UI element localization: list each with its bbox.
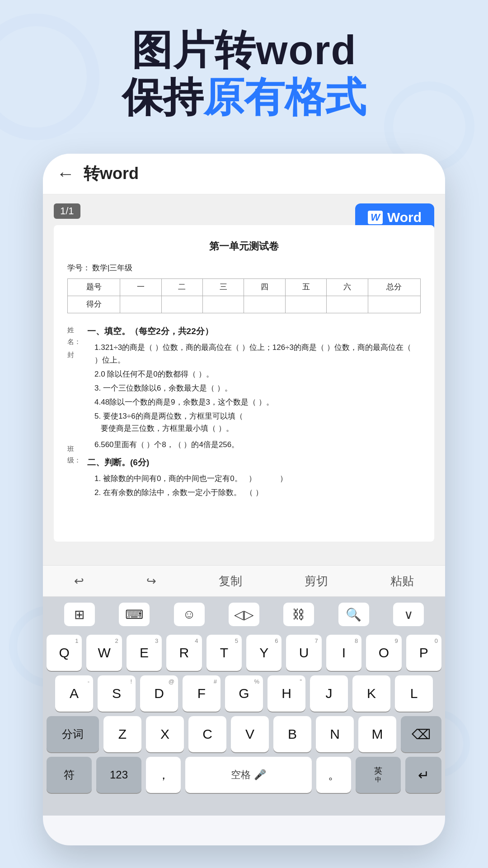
key-period[interactable]: 。: [316, 757, 351, 793]
key-special[interactable]: 符: [47, 757, 92, 793]
key-X[interactable]: X: [146, 716, 184, 752]
document-paper: 第一单元测试卷 学号： 数学|三年级 题号 一 二 三 四 五 六 总分 得分: [54, 225, 434, 542]
key-I[interactable]: 8I: [326, 635, 361, 671]
key-delete[interactable]: ⌫: [401, 716, 441, 752]
key-U[interactable]: 7U: [286, 635, 321, 671]
key-C[interactable]: C: [188, 716, 226, 752]
keyboard-link-icon[interactable]: ⛓: [283, 603, 314, 626]
key-Q[interactable]: 1Q: [47, 635, 82, 671]
side-label-class: 班级：: [67, 439, 87, 501]
doc-title: 第一单元测试卷: [67, 238, 421, 255]
doc-item-5: 5. 要使13÷6的商是两位数，方框里可以填（ 要使商是三位数，方框里最小填（ …: [94, 410, 421, 434]
keyboard-grid-icon[interactable]: ⊞: [64, 603, 95, 626]
doc-meta-label: 学号：: [67, 262, 90, 275]
header-line1: 图片转word: [0, 27, 488, 74]
keyboard-search-icon[interactable]: 🔍: [338, 603, 369, 626]
key-R[interactable]: 4R: [166, 635, 202, 671]
key-space[interactable]: 空格 🎤: [185, 757, 312, 793]
key-Y[interactable]: 6Y: [246, 635, 282, 671]
key-Z[interactable]: Z: [103, 716, 141, 752]
key-enter[interactable]: ↵: [405, 757, 441, 793]
doc-item-4: 4.48除以一个数的商是9，余数是3，这个数是（ ）。: [94, 396, 421, 408]
word-button-label: Word: [387, 210, 422, 225]
phone-mockup: ← 转word 1/1 W Word 第一单元测试卷 学号： 数学|三年级 题号…: [43, 154, 445, 845]
doc-item-2: 2.0 除以任何不是0的数都得（ ）。: [94, 368, 421, 380]
keyboard-rows: 1Q 2W 3E 4R 5T 6Y 7U 8I 9O 0P -A !S @D #…: [43, 632, 445, 793]
redo-button[interactable]: ↪: [137, 571, 165, 592]
doc-content-2: 6.560里面有（ ）个8，（ ）的4倍是256。 二、判断。(6分) 1. 被…: [87, 439, 421, 501]
keyboard: ⊞ ⌨ ☺ ◁▷ ⛓ 🔍 ∨ 1Q 2W 3E 4R 5T 6Y 7U 8I 9…: [43, 597, 445, 816]
paste-button[interactable]: 粘贴: [381, 570, 423, 593]
score-table: 题号 一 二 三 四 五 六 总分 得分: [67, 278, 421, 313]
doc-item-3: 3. 一个三位数除以6，余数最大是（ ）。: [94, 382, 421, 394]
app-header: ← 转word: [43, 154, 445, 194]
doc-content: 一、填空。（每空2分，共22分） 1.321÷3的商是（ ）位数，商的最高位在（…: [87, 320, 421, 437]
document-area: 1/1 W Word 第一单元测试卷 学号： 数学|三年级 题号 一 二 三 四…: [43, 194, 445, 565]
page-title: 转word: [84, 163, 139, 185]
copy-button[interactable]: 复制: [210, 570, 251, 593]
header-line2-prefix: 保持: [122, 75, 203, 120]
doc-meta-value: 数学|三年级: [92, 262, 132, 275]
key-A[interactable]: -A: [55, 675, 93, 712]
key-B[interactable]: B: [273, 716, 311, 752]
keyboard-bottom-bar: [43, 793, 445, 816]
key-O[interactable]: 9O: [366, 635, 401, 671]
key-G[interactable]: %G: [225, 675, 263, 712]
keyboard-keys-icon[interactable]: ⌨: [119, 603, 150, 626]
key-fenci[interactable]: 分词: [47, 716, 99, 752]
keyboard-row-2: -A !S @D #F %G "H J K L: [47, 675, 441, 712]
key-J[interactable]: J: [310, 675, 348, 712]
doc-item-8: 2. 在有余数的除法中，余数一定小于除数。 （ ）: [94, 486, 421, 499]
key-comma[interactable]: ，: [146, 757, 181, 793]
keyboard-code-icon[interactable]: ◁▷: [229, 603, 259, 626]
key-F[interactable]: #F: [183, 675, 221, 712]
section2-title: 二、判断。(6分): [87, 455, 421, 470]
keyboard-row-4: 符 123 ， 空格 🎤 。 英中 ↵: [47, 757, 441, 793]
key-S[interactable]: !S: [98, 675, 136, 712]
key-P[interactable]: 0P: [406, 635, 441, 671]
doc-item-6: 6.560里面有（ ）个8，（ ）的4倍是256。: [94, 439, 421, 451]
key-L[interactable]: L: [395, 675, 433, 712]
undo-button[interactable]: ↩: [65, 571, 93, 592]
header-line2-blue: 原有格式: [203, 75, 366, 120]
key-N[interactable]: N: [316, 716, 354, 752]
doc-item-1: 1.321÷3的商是（ ）位数，商的最高位在（ ）位上；126÷3的商是（ ）位…: [94, 341, 421, 366]
key-K[interactable]: K: [352, 675, 390, 712]
key-H[interactable]: "H: [267, 675, 305, 712]
key-V[interactable]: V: [231, 716, 269, 752]
key-E[interactable]: 3E: [127, 635, 162, 671]
side-label-name: 姓名： 封: [67, 320, 87, 437]
keyboard-row-1: 1Q 2W 3E 4R 5T 6Y 7U 8I 9O 0P: [47, 635, 441, 671]
keyboard-collapse-icon[interactable]: ∨: [393, 603, 424, 626]
key-T[interactable]: 5T: [206, 635, 242, 671]
edit-toolbar: ↩ ↪ 复制 剪切 粘贴: [43, 565, 445, 597]
section1-title: 一、填空。（每空2分，共22分）: [87, 324, 421, 339]
back-button[interactable]: ←: [56, 164, 75, 184]
header-section: 图片转word 保持原有格式: [0, 27, 488, 121]
cut-button[interactable]: 剪切: [296, 570, 337, 593]
word-icon: W: [368, 211, 383, 224]
key-123[interactable]: 123: [96, 757, 141, 793]
key-M[interactable]: M: [358, 716, 396, 752]
keyboard-emoji-icon[interactable]: ☺: [174, 603, 205, 626]
doc-item-7: 1. 被除数的中间有0，商的中间也一定有0。 ） ）: [94, 472, 421, 485]
keyboard-top-bar: ⊞ ⌨ ☺ ◁▷ ⛓ 🔍 ∨: [43, 597, 445, 632]
page-badge: 1/1: [54, 203, 80, 219]
header-line2: 保持原有格式: [0, 74, 488, 121]
keyboard-row-3: 分词 Z X C V B N M ⌫: [47, 716, 441, 752]
key-D[interactable]: @D: [140, 675, 178, 712]
key-lang[interactable]: 英中: [356, 757, 401, 793]
key-W[interactable]: 2W: [86, 635, 122, 671]
